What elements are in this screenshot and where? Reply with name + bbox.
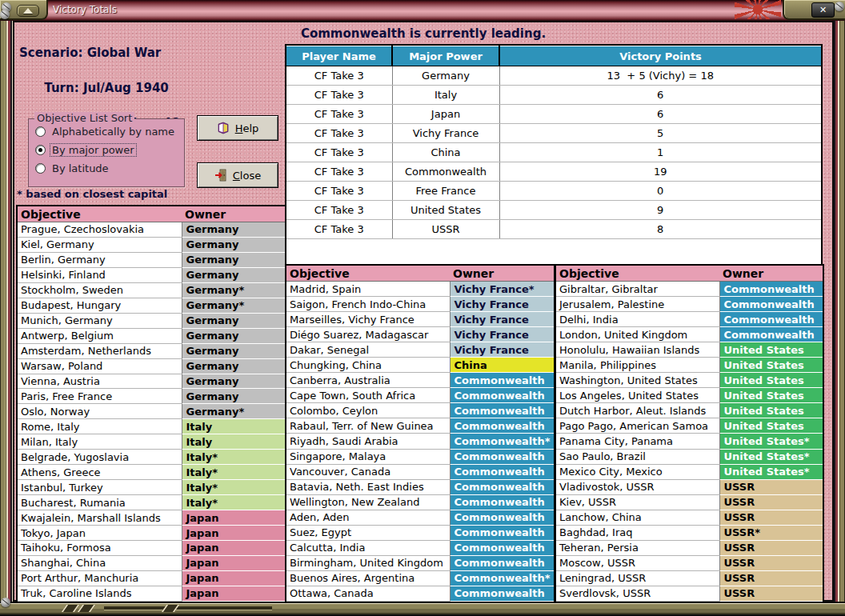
col-objective: Objective [556,266,719,282]
objective-row: Warsaw, Poland Germany [18,358,285,374]
help-button[interactable]: Help [197,115,278,141]
objective-row: Kiev, USSR USSR [556,494,823,510]
objective-row: Panama City, Panama United States* [556,434,823,449]
objectives-table-middle: Objective Owner Madrid, Spain Vichy Fran… [286,266,554,602]
victory-points-cell: 1 [499,143,821,162]
objective-row: Istanbul, Turkey Italy* [18,480,285,495]
objective-list-sort-group: Objective List Sort Alphabetically by na… [28,118,185,187]
players-body: CF Take 3 Germany 13 + 5 (Vichy) = 18 CF… [286,66,821,239]
objective-cell: Honolulu, Hawaiian Islands [556,342,719,358]
victory-points-cell: 5 [499,124,821,143]
victory-points-table: Player Name Major Power Victory Points C… [286,46,821,239]
close-window-icon[interactable]: ✕ [811,2,835,18]
objective-cell: Teheran, Persia [556,540,719,555]
radio-button-icon[interactable] [35,163,46,174]
objective-row: Port Arthur, Manchuria Japan [18,570,285,586]
help-button-label: Help [235,122,259,134]
objective-cell: Paris, Free France [18,389,182,404]
objective-cell: Kwajalein, Marshall Islands [18,510,182,526]
owner-cell: Germany* [182,298,285,313]
objective-row: Vienna, Austria Germany [18,374,285,389]
owner-cell: Italy [182,434,285,450]
owner-cell: Italy [182,419,285,434]
col-victory-points: Victory Points [499,46,821,66]
objective-row: Tokyo, Japan Japan [18,526,285,541]
owner-cell: Italy* [182,465,285,480]
player-row: CF Take 3 Commonwealth 19 [286,162,821,182]
objective-row: Delhi, India Commonwealth [556,312,823,327]
objective-row: Milan, Italy Italy [18,434,285,450]
radio-label: By major power [50,144,136,156]
objective-cell: Panama City, Panama [556,434,719,449]
sort-option-radio[interactable]: By major power [35,143,184,156]
objective-row: Dakar, Senegal Vichy France [286,342,554,358]
owner-cell: Germany [182,328,285,343]
owner-cell: United States [719,403,823,418]
objective-cell: Stockholm, Sweden [18,282,182,298]
objectives-middle: Objective Owner Madrid, Spain Vichy Fran… [286,266,554,602]
objective-row: Truk, Caroline Islands Japan [18,586,285,601]
owner-cell: USSR [719,479,823,494]
objective-row: Budapest, Hungary Germany* [18,298,285,313]
objective-row: Marseilles, Vichy France Vichy France [286,312,554,327]
objective-cell: Saigon, French Indo-China [286,297,450,312]
owner-cell: USSR [719,555,823,570]
objective-row: Singapore, Malaya Commonwealth [286,449,554,464]
owner-cell: Commonwealth* [450,434,554,449]
owner-cell: Germany [182,313,285,328]
objective-cell: Marseilles, Vichy France [286,312,450,327]
objective-cell: Taihoku, Formosa [18,541,182,556]
owner-cell: Commonwealth [719,297,823,312]
player-row: CF Take 3 Vichy France 5 [286,124,821,143]
owner-cell: Commonwealth [450,373,554,388]
objectives-header-row: Objective Owner [18,206,285,222]
owner-cell: Italy* [182,480,285,495]
objective-cell: Wellington, New Zealand [286,494,450,510]
objective-cell: Belgrade, Yugoslavia [18,450,182,465]
exit-door-icon [214,169,227,182]
objectives-left-body: Prague, Czechoslovakia Germany Kiel, Ger… [18,222,285,602]
objective-cell: Riyadh, Saudi Arabia [286,434,450,449]
sort-option-radio[interactable]: Alphabetically by name [35,125,184,138]
objective-cell: Singapore, Malaya [286,449,450,464]
objective-cell: Vladivostok, USSR [556,479,719,494]
victory-points-cell: 13 + 5 (Vichy) = 18 [499,66,821,86]
radio-button-icon[interactable] [35,126,46,137]
objective-row: Berlin, Germany Germany [18,252,285,267]
owner-cell: USSR* [719,525,823,540]
owner-cell: Germany [182,252,285,267]
objective-row: Manila, Philippines United States [556,358,823,373]
owner-cell: Japan [182,510,285,526]
objective-cell: Vancouver, Canada [286,464,450,479]
turn-line: Turn: Jul/Aug 1940 [44,81,168,95]
owner-cell: United States* [719,449,823,464]
owner-cell: Vichy France* [450,282,554,297]
close-button[interactable]: Close [197,162,278,188]
objective-row: Colombo, Ceylon Commonwealth [286,403,554,418]
player-row: CF Take 3 United States 9 [286,201,821,220]
col-objective: Objective [18,206,182,222]
objective-row: Cape Town, South Africa Commonwealth [286,388,554,403]
radio-label: Alphabetically by name [50,126,176,138]
owner-cell: USSR [719,494,823,510]
owner-cell: Commonwealth [450,403,554,418]
victory-points-cell: 0 [499,182,821,201]
objective-row: Sverdlovsk, USSR USSR [556,586,823,601]
owner-cell: Commonwealth [450,555,554,570]
objective-cell: Kiev, USSR [556,494,719,510]
objective-cell: Helsinki, Finland [18,267,182,282]
owner-cell: Commonwealth [450,494,554,510]
sort-option-radio[interactable]: By latitude [35,162,184,174]
objective-row: Kiel, Germany Germany [18,237,285,252]
window-menu-button[interactable] [17,5,39,17]
owner-cell: Japan [182,570,285,586]
owner-cell: Vichy France [450,297,554,312]
owner-cell: China [450,358,554,373]
owner-cell: Germany* [182,282,285,298]
frame-right [834,21,845,616]
capital-footnote: * based on closest capital [17,188,167,200]
objective-row: Honolulu, Hawaiian Islands United States [556,342,823,358]
objective-row: Vladivostok, USSR USSR [556,479,823,494]
player-name-cell: CF Take 3 [286,201,392,220]
radio-button-icon[interactable] [35,145,46,155]
